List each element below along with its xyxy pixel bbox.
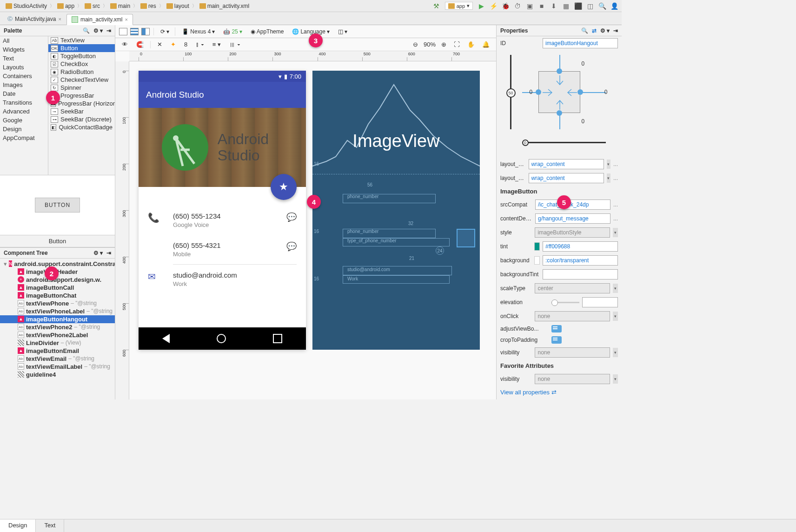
palette-category[interactable]: Advanced xyxy=(0,107,48,116)
constraint-diagram[interactable]: 0 0 0 0 50 0 xyxy=(497,50,622,157)
pack-icon[interactable]: ⫿ ▾ xyxy=(194,40,206,49)
variants-icon[interactable]: ◫ ▾ xyxy=(336,27,349,36)
breadcrumb-item[interactable]: src xyxy=(83,2,102,10)
prop-input[interactable] xyxy=(535,311,610,321)
align-icon[interactable]: ≡ ▾ xyxy=(211,40,223,49)
user-icon[interactable]: 👤 xyxy=(610,2,618,10)
guideline-icon[interactable]: ⫼ ▾ xyxy=(227,40,242,49)
prop-id-input[interactable] xyxy=(543,38,618,48)
dropdown-icon[interactable]: ▾ xyxy=(613,312,618,321)
palette-category[interactable]: Design xyxy=(0,125,48,133)
breadcrumb-item[interactable]: app xyxy=(55,2,76,10)
debug-icon[interactable]: 🐞 xyxy=(502,2,509,10)
editor-tab[interactable]: ⒸMainActivity.java× xyxy=(2,13,66,25)
palette-search-icon[interactable]: 🔍 xyxy=(83,27,90,34)
dropdown-icon[interactable]: ▾ xyxy=(613,284,618,293)
theme-selector[interactable]: ◉ AppTheme xyxy=(249,27,286,36)
build-icon[interactable]: ⚒ xyxy=(433,2,440,10)
chat-icon[interactable]: 💬 xyxy=(286,212,297,222)
chat-icon[interactable]: 💬 xyxy=(286,241,297,252)
layout-height-input[interactable] xyxy=(529,173,604,183)
tree-settings-icon[interactable]: ⚙ ▾ xyxy=(93,250,103,256)
palette-widget-item[interactable]: ✓CheckedTextView xyxy=(48,76,115,84)
palette-settings-icon[interactable]: ⚙ ▾ xyxy=(93,27,103,34)
tree-item[interactable]: AbtextViewEmailLabel – "@string xyxy=(0,363,115,371)
default-margin[interactable]: 8 xyxy=(182,40,189,49)
zoom-in-icon[interactable]: ⊕ xyxy=(439,40,448,49)
tree-item[interactable]: ▲imageButtonChat xyxy=(0,292,115,299)
design-canvas[interactable]: 0 100 200 300 400 500 600 700 0 100 200 … xyxy=(115,51,496,399)
dropdown-icon[interactable]: ▾ xyxy=(613,374,618,384)
more-icon[interactable]: ... xyxy=(613,161,618,167)
layout-inspector-icon[interactable]: ◫ xyxy=(586,2,594,10)
palette-widget-item[interactable]: OKButton xyxy=(48,44,115,52)
more-icon[interactable]: ... xyxy=(613,215,618,222)
breadcrumb-item[interactable]: layout xyxy=(165,2,191,10)
layout-width-input[interactable] xyxy=(529,159,604,169)
zoom-fit-icon[interactable]: ⛶ xyxy=(452,40,462,49)
prop-input[interactable] xyxy=(543,241,618,252)
tree-item[interactable]: AbtextViewPhone – "@string xyxy=(0,299,115,307)
palette-widget-item[interactable]: ☑CheckBox xyxy=(48,60,115,68)
breadcrumb-item[interactable]: res xyxy=(139,2,158,10)
view-all-properties-link[interactable]: View all properties ⇄ xyxy=(497,386,622,399)
palette-category[interactable]: Images xyxy=(0,80,48,89)
breadcrumb-item[interactable]: main_activity.xml xyxy=(198,2,251,10)
sync-icon[interactable]: ⬇ xyxy=(550,2,557,10)
prop-input[interactable] xyxy=(535,283,610,293)
tree-item[interactable]: guideline4 xyxy=(0,371,115,379)
palette-widget-item[interactable]: ◐ToggleButton xyxy=(48,52,115,60)
more-icon[interactable]: ... xyxy=(613,175,618,181)
prop-input[interactable] xyxy=(582,297,618,307)
infer-constraints-icon[interactable]: ✦ xyxy=(169,40,178,49)
clear-constraints-icon[interactable]: ✕ xyxy=(155,40,164,49)
tree-item[interactable]: AbtextViewPhoneLabel – "@string xyxy=(0,307,115,315)
color-swatch[interactable] xyxy=(534,256,540,265)
palette-widget-item[interactable]: ↻Spinner xyxy=(48,84,115,92)
search-icon[interactable]: 🔍 xyxy=(598,2,606,10)
palette-hide-icon[interactable]: ⇥ xyxy=(106,27,111,34)
warnings-icon[interactable]: 🔔 xyxy=(480,40,491,49)
both-view-icon[interactable] xyxy=(141,28,150,35)
color-swatch[interactable] xyxy=(534,242,540,251)
avd-icon[interactable]: ▦ xyxy=(562,2,570,10)
palette-category[interactable]: Widgets xyxy=(0,45,48,54)
run-icon[interactable]: ▶ xyxy=(478,2,485,10)
prop-input[interactable] xyxy=(543,269,618,279)
tree-item-root[interactable]: ▾ Nandroid.support.constraint.Constraint… xyxy=(0,260,115,268)
tree-item[interactable]: AbtextViewEmail – "@string xyxy=(0,355,115,363)
fab-star[interactable]: ★ xyxy=(271,174,297,200)
palette-category[interactable]: Text xyxy=(0,54,48,63)
toggle-icon[interactable] xyxy=(551,336,562,344)
close-icon[interactable]: × xyxy=(125,17,127,22)
palette-category[interactable]: Containers xyxy=(0,72,48,80)
zoom-out-icon[interactable]: ⊖ xyxy=(411,40,420,49)
dropdown-icon[interactable]: ▾ xyxy=(613,228,618,237)
tree-item[interactable]: AbtextViewPhone2 – "@string xyxy=(0,323,115,331)
breadcrumb-item[interactable]: StudioActivity xyxy=(4,2,49,10)
prop-input[interactable] xyxy=(535,213,610,224)
palette-widget-item[interactable]: AbTextView xyxy=(48,36,115,44)
run-config-selector[interactable]: app ▾ xyxy=(445,2,473,10)
show-constraints-icon[interactable]: 👁 xyxy=(120,40,130,49)
palette-category[interactable]: Google xyxy=(0,116,48,125)
dropdown-icon[interactable]: ▾ xyxy=(607,160,610,169)
dropdown-icon[interactable]: ▾ xyxy=(613,348,618,357)
palette-widget-item[interactable]: ⊶SeekBar (Discrete) xyxy=(48,115,115,123)
tree-item[interactable]: ▲imageButtonEmail xyxy=(0,347,115,355)
prop-toggle-icon[interactable]: ⇄ xyxy=(592,27,597,34)
more-icon[interactable]: ... xyxy=(613,201,618,208)
selected-element[interactable] xyxy=(457,229,475,247)
prop-hide-icon[interactable]: ⇥ xyxy=(613,27,618,34)
prop-input[interactable] xyxy=(535,374,610,384)
language-selector[interactable]: 🌐 Language ▾ xyxy=(290,27,331,36)
stop-icon[interactable]: ■ xyxy=(538,2,545,10)
breadcrumb-item[interactable]: main xyxy=(108,2,132,10)
apply-changes-icon[interactable]: ⚡ xyxy=(490,2,497,10)
prop-input[interactable] xyxy=(535,200,610,210)
prop-input[interactable] xyxy=(543,255,618,266)
design-view-icon[interactable] xyxy=(119,28,127,35)
autoconnect-icon[interactable]: 🧲 xyxy=(134,40,146,49)
editor-tab[interactable]: main_activity.xml× xyxy=(66,14,133,25)
tree-hide-icon[interactable]: ⇥ xyxy=(106,250,111,256)
